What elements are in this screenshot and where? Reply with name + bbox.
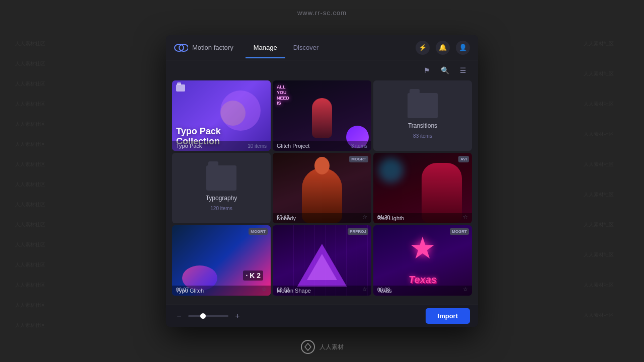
bg-watermark: 人人素材社区 bbox=[15, 181, 45, 188]
bottom-logo-text: 人人素材 bbox=[319, 343, 344, 351]
zoom-slider[interactable] bbox=[188, 315, 228, 317]
texas-duration: 00:08 bbox=[377, 287, 390, 293]
bg-watermark: 人人素材社区 bbox=[584, 282, 614, 289]
grid-item-typography[interactable]: Typography 120 items bbox=[172, 153, 271, 223]
header: Motion factory Manage Discover ⚡ 🔔 👤 bbox=[166, 35, 478, 60]
zoom-controls: − + bbox=[174, 312, 243, 321]
bg-watermark: 人人素材社区 bbox=[15, 101, 45, 108]
zoom-plus-button[interactable]: + bbox=[232, 312, 243, 321]
glitch-info: Glitch Project 3 items bbox=[273, 141, 371, 151]
app-window: Motion factory Manage Discover ⚡ 🔔 👤 ⚑ 🔍… bbox=[166, 35, 478, 327]
bg-watermark: 人人素材社区 bbox=[584, 221, 614, 228]
redlight-star-icon: ☆ bbox=[463, 214, 468, 220]
texas-badge: MOGRT bbox=[450, 228, 469, 235]
grid-item-texas[interactable]: ★ Texas MOGRT Texas 00:08 ☆ bbox=[373, 225, 472, 296]
grid-item-redlight[interactable]: AVI Red Lighth 01:20 ☆ bbox=[373, 153, 472, 223]
transitions-folder-icon bbox=[408, 93, 438, 118]
bottom-logo-icon bbox=[300, 339, 315, 354]
bg-watermark: 人人素材社区 bbox=[15, 201, 45, 208]
svg-point-0 bbox=[301, 340, 314, 353]
texas-star-icon: ☆ bbox=[463, 286, 468, 293]
blob2-decoration bbox=[220, 101, 246, 126]
site-watermark: www.rr-sc.com bbox=[297, 9, 347, 17]
motion-triangle-inner bbox=[307, 254, 337, 280]
nobody-star-icon: ☆ bbox=[362, 214, 367, 220]
bg-watermark: 人人素材社区 bbox=[15, 261, 45, 268]
redlight-badge: AVI bbox=[458, 156, 469, 162]
zoom-thumb bbox=[200, 313, 206, 319]
typography-name: Typography bbox=[206, 195, 237, 202]
bg-watermark: 人人素材社区 bbox=[584, 70, 614, 77]
bg-watermark: 人人素材社区 bbox=[15, 302, 45, 309]
typo-glitch-star-icon: ☆ bbox=[262, 286, 267, 293]
folder-small-icon bbox=[176, 84, 185, 92]
bottom-bar: − + Import bbox=[166, 305, 478, 327]
logo-area: Motion factory bbox=[174, 43, 233, 53]
background: 人人素材社区 人人素材社区 人人素材社区 人人素材社区 人人素材社区 人人素材社… bbox=[0, 0, 644, 362]
motion-shape-duration: 00:03 bbox=[277, 287, 289, 293]
grid-item-typo-glitch[interactable]: · K 2 MOGRT Typo Glitch 00:07 ☆ bbox=[172, 225, 271, 296]
grid-item-typo-pack[interactable]: Typo PackCollection Typo Pack 10 items bbox=[172, 80, 271, 151]
user-icon[interactable]: 👤 bbox=[456, 41, 470, 55]
typography-count: 120 items bbox=[210, 206, 232, 211]
zoom-minus-button[interactable]: − bbox=[174, 312, 184, 321]
bell-icon[interactable]: 🔔 bbox=[436, 41, 450, 55]
bottom-watermark: 人人素材 bbox=[300, 339, 344, 354]
bg-watermark: 人人素材社区 bbox=[584, 161, 614, 168]
typo-glitch-duration: 00:07 bbox=[176, 287, 189, 293]
texas-star-decoration: ★ bbox=[409, 230, 436, 265]
bg-watermark: 人人素材社区 bbox=[15, 282, 45, 289]
tab-discover[interactable]: Discover bbox=[285, 37, 327, 58]
flash-icon[interactable]: ⚡ bbox=[416, 41, 430, 55]
bg-watermark: 人人素材社区 bbox=[584, 131, 614, 138]
grid-container: Typo PackCollection Typo Pack 10 items A… bbox=[166, 80, 478, 306]
bg-watermark: 人人素材社区 bbox=[15, 141, 45, 148]
bg-watermark: 人人素材社区 bbox=[584, 40, 614, 47]
grid-item-motion-shape[interactable]: PRPROJ Motion Shape 00:03 ☆ bbox=[273, 225, 371, 296]
flag-icon[interactable]: ⚑ bbox=[420, 63, 434, 77]
logo-icon bbox=[174, 43, 188, 53]
glitch-name: Glitch Project bbox=[277, 143, 309, 149]
bg-watermark: 人人素材社区 bbox=[15, 241, 45, 248]
import-button[interactable]: Import bbox=[426, 308, 470, 324]
typo-pack-name: Typo Pack bbox=[176, 143, 202, 149]
glitch-neon-text: ALLYOUNEEDIS bbox=[277, 84, 367, 106]
bg-watermark: 人人素材社区 bbox=[15, 40, 45, 47]
grid: Typo PackCollection Typo Pack 10 items A… bbox=[172, 80, 472, 296]
tab-manage[interactable]: Manage bbox=[246, 37, 285, 58]
bg-watermark: 人人素材社区 bbox=[15, 121, 45, 128]
bg-watermark: 人人素材社区 bbox=[584, 312, 614, 319]
bg-watermark: 人人素材社区 bbox=[15, 322, 45, 329]
motion-shape-badge: PRPROJ bbox=[348, 228, 368, 235]
bg-watermark: 人人素材社区 bbox=[584, 101, 614, 108]
motion-triangle-container bbox=[297, 234, 347, 287]
search-icon[interactable]: 🔍 bbox=[438, 63, 452, 77]
bg-watermark: 人人素材社区 bbox=[584, 191, 614, 198]
typo-pack-info: Typo Pack 10 items bbox=[172, 141, 271, 151]
grid-item-transitions[interactable]: Transitions 83 items bbox=[373, 80, 472, 151]
bg-watermark: 人人素材社区 bbox=[584, 251, 614, 258]
nobody-head bbox=[314, 157, 330, 174]
texas-text-decoration: Texas bbox=[409, 274, 437, 286]
menu-icon[interactable]: ☰ bbox=[456, 63, 470, 77]
nobody-duration: 00:18 bbox=[277, 215, 289, 220]
typo-glitch-k2-label: · K 2 bbox=[243, 270, 263, 281]
grid-item-glitch[interactable]: ALLYOUNEEDIS Glitch Project 3 items bbox=[273, 80, 371, 151]
nobody-badge: MOGRT bbox=[349, 156, 368, 162]
bg-watermark: 人人素材社区 bbox=[15, 80, 45, 87]
typography-folder-icon bbox=[206, 165, 236, 191]
nav-tabs: Manage Discover bbox=[246, 37, 416, 58]
motion-shape-star-icon: ☆ bbox=[362, 286, 367, 293]
toolbar: ⚑ 🔍 ☰ bbox=[166, 60, 478, 80]
typography-folder-label: Typography 120 items bbox=[206, 153, 237, 223]
transitions-name: Transitions bbox=[408, 122, 437, 129]
glitch-count: 3 items bbox=[351, 143, 367, 149]
transitions-count: 83 items bbox=[413, 133, 432, 139]
header-icons: ⚡ 🔔 👤 bbox=[416, 41, 470, 55]
grid-item-nobody[interactable]: MOGRT Nobody 00:18 ☆ bbox=[273, 153, 371, 223]
redlight-duration: 01:20 bbox=[377, 215, 390, 220]
redlight-glow bbox=[378, 158, 404, 183]
logo-text: Motion factory bbox=[192, 44, 233, 51]
transitions-folder-label: Transitions 83 items bbox=[408, 80, 438, 151]
motion-triangle-outer bbox=[297, 244, 347, 287]
